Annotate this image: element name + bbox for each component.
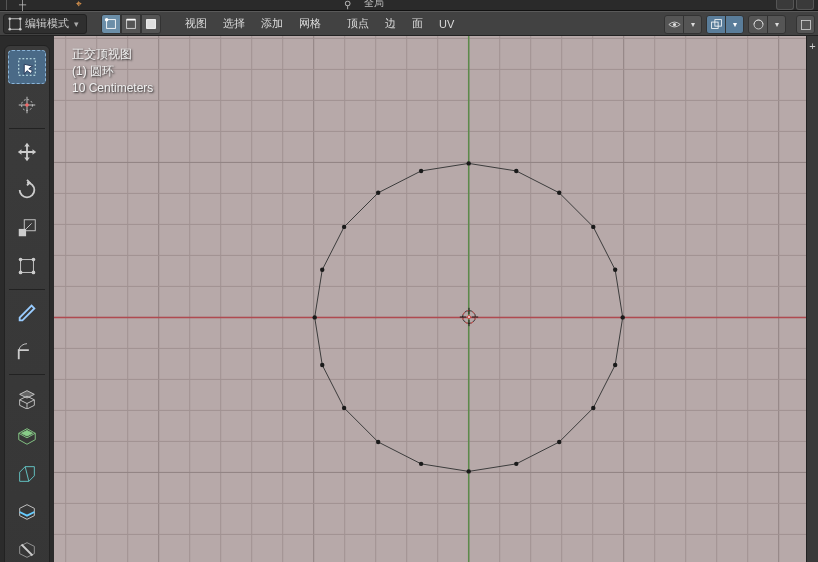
filter-btn-stub[interactable] (776, 0, 794, 10)
svg-point-27 (32, 271, 36, 275)
tool-inset-faces[interactable] (8, 419, 46, 453)
transform-icon (16, 255, 38, 277)
extrude-icon (16, 387, 38, 409)
inset-icon (16, 425, 38, 447)
vertex[interactable] (613, 268, 617, 272)
svg-line-22 (26, 223, 32, 229)
separator (9, 374, 45, 375)
menu-add[interactable]: 添加 (255, 14, 289, 33)
chevron-down-icon: ▾ (775, 20, 779, 29)
xray-icon (710, 18, 723, 31)
svg-rect-7 (127, 19, 136, 28)
tool-measure[interactable] (8, 334, 46, 368)
vertex[interactable] (514, 169, 518, 173)
svg-line-29 (22, 545, 33, 556)
vertex[interactable] (320, 268, 324, 272)
menu-vertex[interactable]: 顶点 (341, 14, 375, 33)
shading-pill[interactable]: ▾ (748, 15, 786, 34)
n-panel-handle[interactable]: + (806, 36, 818, 562)
face-icon (144, 17, 158, 31)
xray-toggle[interactable]: ▾ (706, 15, 744, 34)
svg-point-24 (19, 258, 23, 262)
tool-bevel[interactable] (8, 457, 46, 491)
svg-rect-14 (801, 20, 810, 29)
maximize-area-button[interactable] (796, 15, 815, 34)
overlays-toggle[interactable]: ▾ (664, 15, 702, 34)
orientation-text-stub: 全局 (360, 0, 388, 10)
cursor-widget-stub: ⌖ (72, 0, 86, 10)
top-header-strip: ┼ ⌖ ⚲ 全局 (0, 0, 818, 11)
vertex[interactable] (591, 406, 595, 410)
scale-icon (16, 217, 38, 239)
menu-view[interactable]: 视图 (179, 14, 213, 33)
tool-select-box[interactable] (8, 50, 46, 84)
knife-icon (16, 539, 38, 561)
vertex[interactable] (419, 169, 423, 173)
tool-extrude-region[interactable] (8, 381, 46, 415)
svg-point-10 (672, 23, 675, 26)
vertex[interactable] (557, 440, 561, 444)
annotate-icon (16, 302, 38, 324)
vertex[interactable] (376, 191, 380, 195)
separator (9, 289, 45, 290)
select-box-icon (16, 56, 38, 78)
svg-point-4 (19, 27, 22, 30)
rotate-icon (16, 179, 38, 201)
vertex-select-mode[interactable] (101, 14, 121, 34)
svg-line-28 (25, 467, 29, 482)
menu-uv[interactable]: UV (433, 14, 460, 33)
menu-mesh[interactable]: 网格 (293, 14, 327, 33)
svg-point-6 (105, 17, 109, 21)
expand-panel-icon: + (808, 39, 818, 53)
svg-point-2 (19, 17, 22, 20)
tool-cursor-3d[interactable] (8, 88, 46, 122)
tool-loop-cut[interactable] (8, 495, 46, 529)
cursor-3d-icon (16, 94, 38, 116)
shading-wire-icon (752, 18, 765, 31)
vertex[interactable] (419, 462, 423, 466)
mode-selector-label: 编辑模式 (25, 16, 69, 31)
vertex[interactable] (313, 315, 317, 319)
edge-icon (124, 17, 138, 31)
vertex[interactable] (557, 191, 561, 195)
tool-knife[interactable] (8, 533, 46, 562)
vertex[interactable] (514, 462, 518, 466)
vertex[interactable] (342, 225, 346, 229)
selection-mode-group (101, 14, 161, 34)
vertex[interactable] (376, 440, 380, 444)
tool-panel (4, 45, 50, 562)
viewport-3d[interactable]: 正交顶视图 (1) 圆环 10 Centimeters (54, 36, 808, 562)
loop-cut-icon (16, 501, 38, 523)
chevron-down-icon: ▾ (733, 20, 737, 29)
tool-transform[interactable] (8, 249, 46, 283)
menu-edge[interactable]: 边 (379, 14, 402, 33)
tool-rotate[interactable] (8, 173, 46, 207)
svg-point-3 (8, 27, 11, 30)
menu-select[interactable]: 选择 (217, 14, 251, 33)
vertex[interactable] (613, 363, 617, 367)
svg-point-19 (25, 103, 29, 107)
vertex[interactable] (621, 315, 625, 319)
orientation-label-stub: ⚲ (340, 0, 355, 10)
viewport-grid (54, 36, 808, 562)
vertex[interactable] (320, 363, 324, 367)
edge-select-mode[interactable] (121, 14, 141, 34)
edit-mode-icon (8, 17, 22, 31)
axes-widget-stub: ┼ (15, 0, 30, 10)
options-btn-stub[interactable] (796, 0, 814, 10)
vertex[interactable] (591, 225, 595, 229)
svg-rect-5 (107, 19, 116, 28)
chevron-down-icon: ▾ (691, 20, 695, 29)
vertex[interactable] (467, 469, 471, 473)
tool-scale[interactable] (8, 211, 46, 245)
tool-annotate[interactable] (8, 296, 46, 330)
face-select-mode[interactable] (141, 14, 161, 34)
vertex[interactable] (342, 406, 346, 410)
vertex[interactable] (467, 161, 471, 165)
mode-selector[interactable]: 编辑模式 ▾ (3, 14, 87, 34)
svg-rect-9 (147, 19, 156, 28)
svg-point-26 (19, 271, 23, 275)
tool-move[interactable] (8, 135, 46, 169)
menu-face[interactable]: 面 (406, 14, 429, 33)
svg-point-1 (8, 17, 11, 20)
